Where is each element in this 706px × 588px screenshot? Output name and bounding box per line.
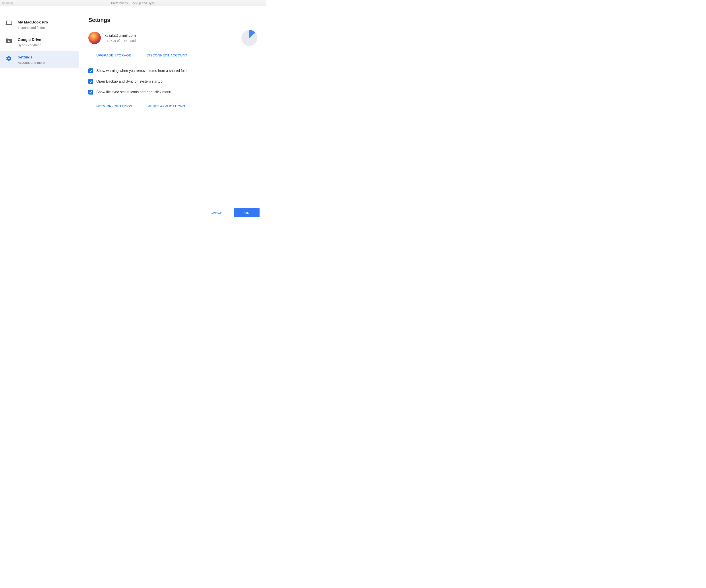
window-title: Preferences - Backup and Sync [0, 1, 266, 5]
svg-rect-1 [5, 24, 12, 25]
sidebar-item-label: Settings [18, 55, 45, 60]
sidebar-item-sub: Sync everything [18, 43, 41, 47]
sidebar-item-settings[interactable]: Settings Account and more [0, 51, 79, 69]
window-controls [0, 2, 13, 4]
option-label: Show file sync status icons and right cl… [96, 90, 171, 94]
zoom-window-icon[interactable] [10, 2, 13, 4]
sidebar-item-sub: 1 connected folder [18, 26, 48, 30]
checkbox[interactable] [88, 90, 93, 94]
option-label: Show warning when you remove items from … [96, 69, 190, 73]
titlebar: Preferences - Backup and Sync [0, 0, 266, 6]
sidebar-item-device[interactable]: My MacBook Pro 1 connected folder [0, 16, 79, 33]
sidebar: My MacBook Pro 1 connected folder Google… [0, 6, 79, 221]
checkbox[interactable] [88, 79, 93, 84]
close-window-icon[interactable] [2, 2, 5, 4]
account-email: xthulu@gmail.com [105, 33, 240, 38]
ok-button[interactable]: OK [234, 208, 260, 217]
main-panel: Settings xthulu@gmail.com 279 GB of 2 TB… [79, 6, 266, 221]
sidebar-item-label: Google Drive [18, 37, 41, 42]
sidebar-item-sub: Account and more [18, 61, 45, 65]
account-storage: 279 GB of 2 TB used [105, 39, 240, 43]
avatar [88, 32, 101, 44]
option-shared-folder-warning: Show warning when you remove items from … [88, 69, 257, 73]
disconnect-account-button[interactable]: DISCONNECT ACCOUNT [147, 53, 187, 57]
divider [88, 63, 257, 63]
reset-applications-button[interactable]: RESET APPLICATIONS [148, 104, 185, 108]
option-label: Open Backup and Sync on system startup [96, 80, 163, 83]
sidebar-item-label: My MacBook Pro [18, 20, 48, 25]
storage-pie-chart [241, 30, 257, 46]
cancel-button[interactable]: CANCEL [210, 211, 224, 214]
minimize-window-icon[interactable] [6, 2, 9, 4]
drive-folder-icon [4, 38, 13, 43]
page-title: Settings [88, 17, 257, 23]
option-open-on-startup: Open Backup and Sync on system startup [88, 79, 257, 84]
sidebar-item-drive[interactable]: Google Drive Sync everything [0, 33, 79, 51]
dialog-footer: CANCEL OK [210, 208, 260, 217]
account-summary: xthulu@gmail.com 279 GB of 2 TB used [88, 30, 257, 46]
upgrade-storage-button[interactable]: UPGRADE STORAGE [96, 53, 131, 57]
option-status-icons: Show file sync status icons and right cl… [88, 90, 257, 94]
checkbox[interactable] [88, 69, 93, 73]
laptop-icon [4, 20, 13, 25]
network-settings-button[interactable]: NETWORK SETTINGS [96, 104, 132, 108]
gear-icon [4, 55, 13, 61]
svg-rect-0 [6, 21, 11, 24]
